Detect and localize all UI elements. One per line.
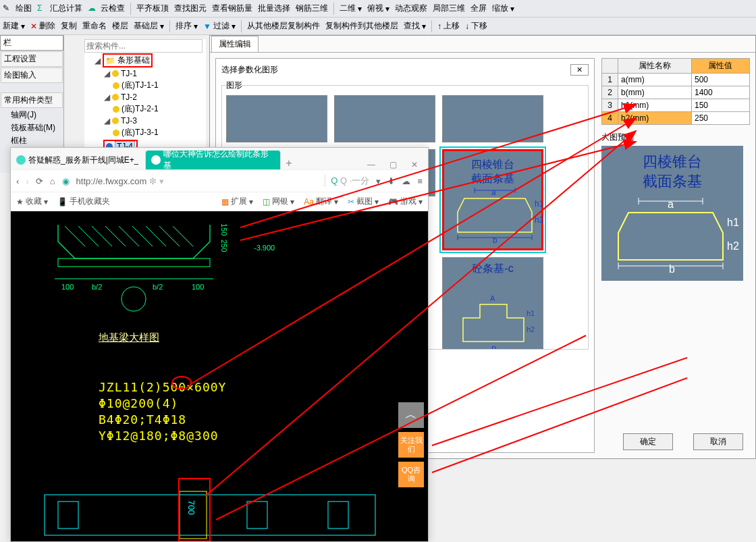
svg-rect-40 (58, 502, 78, 529)
toolbar-zoom[interactable]: 缩放 ▾ (492, 3, 514, 14)
btn-up[interactable]: ↑ 上移 (437, 20, 460, 32)
tree-node-tj2[interactable]: ◢TJ-2 (103, 92, 206, 103)
table-row: 1a(mm)500 (602, 74, 750, 86)
cloud-icon: ☁ (88, 3, 99, 14)
min-button[interactable]: — (362, 160, 381, 169)
bk-trans[interactable]: Aа翻译 ▾ (304, 196, 338, 207)
tree-node-tj3-1[interactable]: (底)TJ-3-1 (113, 126, 206, 139)
sidebar-proj[interactable]: 工程设置 (1, 51, 63, 67)
btn-down[interactable]: ↓ 下移 (465, 20, 487, 32)
annot-box-700 (178, 478, 211, 541)
close-button[interactable]: ✕ (405, 160, 424, 169)
menu-button[interactable]: ≡ (417, 176, 423, 186)
close-button[interactable]: ✕ (570, 64, 589, 76)
btn-find[interactable]: 查找 ▾ (404, 20, 426, 32)
toolbar-local-3d[interactable]: 局部三维 (433, 3, 465, 14)
reload-button[interactable]: ⟳ (36, 176, 43, 186)
ok-button[interactable]: 确定 (623, 433, 673, 450)
toolbar-draw[interactable]: ✎绘图 (3, 3, 32, 14)
forward-button[interactable]: › (26, 176, 28, 186)
cad-spec-2: Φ10@200(4) (99, 396, 178, 410)
bk-game[interactable]: 🎮游戏 ▾ (388, 196, 423, 207)
shape-thumb[interactable] (442, 95, 543, 142)
component-tree: ◢📁条形基础 ◢TJ-1 (底)TJ-1-1 ◢TJ-2 (底)TJ-2-1 ◢… (84, 39, 206, 147)
sidebar-cat-column[interactable]: 框柱 (0, 134, 63, 147)
toolbar-sum[interactable]: Σ汇总计算 (37, 3, 82, 14)
svg-marker-0 (458, 198, 532, 232)
svg-line-35 (173, 226, 193, 246)
shape-thumb-c[interactable]: 砼条基-c A h1 h2 B (442, 257, 543, 350)
bk-bank[interactable]: ◫网银 ▾ (263, 196, 294, 207)
tab-1[interactable]: 答疑解惑_服务新干线|同城E+_ (11, 151, 146, 169)
sel-baselayer[interactable]: 基础层 ▾ (134, 20, 164, 32)
svg-line-28 (78, 226, 99, 246)
svg-rect-43 (328, 502, 348, 529)
toolbar-batch-select[interactable]: 批量选择 (258, 3, 290, 14)
sidebar-cat-raft[interactable]: 筏板基础(M) (0, 121, 63, 134)
main-toolbar: ✎绘图 Σ汇总计算 ☁云检查 平齐板顶 查找图元 查看钢筋量 批量选择 钢筋三维… (0, 0, 756, 18)
toolbar-cloud[interactable]: ☁云检查 (88, 3, 125, 14)
tree-node-tj1[interactable]: ◢TJ-1 (103, 68, 206, 79)
shape-thumb[interactable] (226, 95, 327, 142)
btn-rename[interactable]: 重命名 (82, 20, 107, 32)
svg-text:h2: h2 (535, 215, 544, 225)
toolbar-2d[interactable]: 二维 ▾ (340, 3, 362, 14)
bk-fav[interactable]: ★收藏 ▾ (16, 196, 48, 207)
toolbar-fullscreen[interactable]: 全屏 (470, 3, 487, 14)
scroll-top-button[interactable]: ︿ (398, 402, 424, 428)
property-table-wrap: 属性名称属性值 1a(mm)500 2b(mm)1400 3h1(mm)150 … (601, 58, 750, 453)
follow-button[interactable]: 关注我们 (398, 432, 424, 458)
new-tab-button[interactable]: + (281, 157, 297, 169)
editor-tab[interactable]: 属性编辑 (211, 36, 259, 52)
back-button[interactable]: ‹ (16, 176, 19, 186)
tab-2[interactable]: 哪位大神告诉怎么绘制此条形基 (146, 151, 281, 169)
svg-point-38 (122, 287, 146, 311)
toolbar-orbit[interactable]: 动态观察 (395, 3, 427, 14)
btn-new[interactable]: 新建 ▾ (3, 20, 25, 32)
max-button[interactable]: ▢ (383, 160, 402, 169)
btn-copyfrom[interactable]: 从其他楼层复制构件 (247, 20, 320, 32)
tree-node-tj2-1[interactable]: (底)TJ-2-1 (113, 103, 206, 115)
home-button[interactable]: ⌂ (50, 176, 55, 186)
browser-tabs: 答疑解惑_服务新干线|同城E+_ 哪位大神告诉怎么绘制此条形基 + — ▢ ✕ (11, 148, 428, 169)
qq-button[interactable]: QQ咨询 (398, 462, 424, 487)
sel-floor[interactable]: 楼层 (112, 20, 128, 32)
btn-filter[interactable]: ▼过滤 ▾ (203, 20, 236, 32)
toolbar-top-view[interactable]: 俯视 ▾ (367, 3, 389, 14)
col-val: 属性值 (691, 59, 749, 74)
folder-icon: 📁 (105, 56, 115, 65)
toolbar-align[interactable]: 平齐板顶 (136, 3, 169, 14)
ext-icon[interactable]: ☁ (402, 176, 410, 186)
svg-text:h1: h1 (535, 199, 544, 209)
search-box[interactable]: Q Q ·一分 (325, 175, 369, 187)
bk-ext[interactable]: ▦扩展 ▾ (221, 196, 253, 207)
tree-root[interactable]: ◢📁条形基础 (94, 53, 206, 68)
btn-copy[interactable]: 复制 (61, 20, 77, 32)
svg-rect-42 (247, 502, 267, 529)
btn-copyto[interactable]: 复制构件到其他楼层 (325, 20, 398, 32)
toolbar-find-el[interactable]: 查找图元 (174, 3, 207, 14)
url-field[interactable]: http://e.fwxgx.com ❇ ▾ (76, 176, 319, 186)
dim-b-right: 100 (192, 283, 204, 291)
svg-text:b: b (493, 236, 497, 245)
btn-sort[interactable]: 排序 ▾ (176, 20, 198, 32)
dim-b-left: 100 (61, 283, 74, 291)
bk-mobile[interactable]: 📱手机收藏夹 (57, 196, 110, 207)
shape-thumb-selected[interactable]: 四棱锥台截面条基 a h1 h2 b (442, 149, 543, 250)
download-icon[interactable]: ⬇ (387, 176, 395, 186)
tree-search-input[interactable] (84, 39, 202, 53)
toolbar-rebar-qty[interactable]: 查看钢筋量 (212, 3, 252, 14)
shield-icon[interactable]: ▾ (376, 176, 381, 186)
bk-shot[interactable]: ✂截图 ▾ (348, 196, 379, 207)
cancel-button[interactable]: 取消 (693, 433, 743, 450)
shape-thumb[interactable] (334, 95, 435, 142)
elev: -3.900 (254, 244, 275, 252)
tree-node-tj1-1[interactable]: (底)TJ-1-1 (113, 79, 206, 92)
toolbar-rebar-3d[interactable]: 钢筋三维 (296, 3, 328, 14)
sidebar-draw[interactable]: 绘图输入 (1, 67, 63, 83)
sidebar-cat-axis[interactable]: 轴网(J) (0, 109, 63, 121)
node-icon (112, 70, 119, 77)
tree-node-tj3[interactable]: ◢TJ-3 (103, 115, 206, 126)
svg-text:h1: h1 (526, 309, 535, 317)
btn-delete[interactable]: ✕删除 (30, 20, 55, 32)
